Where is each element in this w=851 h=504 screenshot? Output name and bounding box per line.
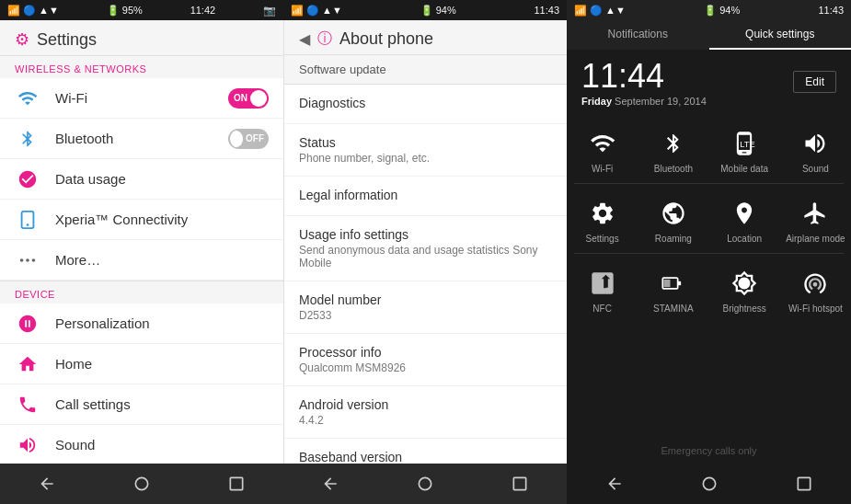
data-usage-icon	[15, 166, 40, 192]
qs-grid-row2: Settings Roaming Location Airplane mode	[567, 184, 851, 253]
status-subtitle: Phone number, signal, etc.	[299, 152, 552, 165]
qs-settings-label: Settings	[586, 234, 619, 244]
more-icon	[15, 247, 40, 273]
about-items-list: Diagnostics Status Phone number, signal,…	[284, 85, 567, 464]
qs-item-location[interactable]: Location	[709, 188, 780, 249]
qs-sound-label: Sound	[802, 164, 829, 174]
about-item-android[interactable]: Android version 4.4.2	[284, 386, 567, 439]
call-settings-icon	[15, 392, 40, 418]
qs-item-nfc[interactable]: NFC	[567, 258, 638, 319]
sound-label: Sound	[55, 437, 269, 452]
back-button-left[interactable]	[32, 469, 62, 498]
call-settings-label: Call settings	[55, 396, 269, 412]
qs-time-row: 11:44 Friday September 19, 2014 Edit	[567, 50, 851, 114]
home-button-left[interactable]	[127, 469, 156, 498]
wifi-label: Wi-Fi	[55, 90, 228, 106]
sidebar-item-wifi[interactable]: Wi-Fi ON	[0, 78, 283, 119]
edit-button[interactable]: Edit	[793, 71, 836, 93]
sidebar-item-data-usage[interactable]: Data usage	[0, 159, 283, 200]
status-bar-mid: 📶 🔵 ▲▼ 🔋 94% 11:43	[283, 0, 567, 20]
qs-item-brightness[interactable]: Brightness	[709, 258, 780, 319]
bluetooth-toggle[interactable]: OFF	[228, 129, 269, 149]
section-device: DEVICE	[0, 281, 283, 304]
about-item-model[interactable]: Model number D2533	[284, 281, 567, 334]
diagnostics-title: Diagnostics	[299, 96, 552, 110]
svg-rect-14	[798, 477, 810, 489]
recents-button-mid[interactable]	[505, 469, 535, 498]
software-update-item[interactable]: Software update	[284, 55, 567, 85]
recents-button-left[interactable]	[222, 469, 251, 498]
about-item-processor[interactable]: Processor info Qualcomm MSM8926	[284, 334, 567, 386]
about-item-legal[interactable]: Legal information	[284, 177, 567, 216]
svg-point-11	[419, 477, 431, 489]
qs-grid-row1: Wi-Fi Bluetooth LTE Mobile data Sound	[567, 114, 851, 183]
qs-mobile-data-icon: LTE	[728, 127, 761, 160]
sidebar-item-more[interactable]: More…	[0, 240, 283, 281]
wifi-toggle[interactable]: ON	[228, 88, 269, 109]
qs-roaming-icon	[657, 197, 690, 230]
qs-nfc-label: NFC	[592, 304, 612, 314]
about-phone-panel: ◀ ⓘ About phone Software update Diagnost…	[283, 20, 567, 464]
processor-title: Processor info	[299, 345, 552, 360]
tab-notifications[interactable]: Notifications	[567, 20, 709, 50]
data-usage-label: Data usage	[55, 171, 269, 187]
qs-item-sound[interactable]: Sound	[780, 118, 851, 179]
home-button-right[interactable]	[695, 469, 724, 498]
qs-tabs-bar: Notifications Quick settings	[567, 20, 851, 50]
sidebar-item-personalization[interactable]: Personalization	[0, 304, 283, 344]
qs-item-settings[interactable]: Settings	[567, 188, 638, 249]
about-item-baseband[interactable]: Baseband version 8926-DAAANAZQ-00140-07	[284, 439, 567, 464]
sidebar-item-bluetooth[interactable]: Bluetooth OFF	[0, 119, 283, 159]
qs-brightness-label: Brightness	[723, 304, 766, 314]
emergency-calls-text: Emergency calls only	[567, 438, 851, 464]
model-subtitle: D2533	[299, 309, 552, 322]
qs-wifi-icon	[586, 127, 619, 160]
svg-point-4	[32, 258, 36, 262]
svg-point-9	[135, 477, 147, 489]
status-title: Status	[299, 135, 552, 150]
settings-icon: ⚙	[15, 29, 29, 50]
quick-settings-panel: Notifications Quick settings 11:44 Frida…	[567, 20, 851, 464]
qs-stamina-label: STAMINA	[653, 304, 694, 314]
qs-bluetooth-label: Bluetooth	[654, 164, 693, 174]
recents-button-right[interactable]	[789, 469, 819, 498]
back-button-right[interactable]	[600, 469, 629, 498]
qs-item-mobile-data[interactable]: LTE Mobile data	[709, 118, 780, 179]
tab-quick-settings[interactable]: Quick settings	[709, 20, 852, 50]
section-wireless-networks: WIRELESS & NETWORKS	[0, 56, 283, 78]
settings-header: ⚙ Settings	[0, 20, 283, 56]
qs-item-wifi[interactable]: Wi-Fi	[567, 118, 638, 179]
qs-item-roaming[interactable]: Roaming	[638, 188, 708, 249]
back-button-mid[interactable]	[316, 469, 345, 498]
about-item-diagnostics[interactable]: Diagnostics	[284, 85, 567, 124]
qs-grid-row3: NFC STAMINA Brightness Wi-Fi hotspot	[567, 254, 851, 323]
status-battery-mid: 🔋 94%	[420, 5, 456, 17]
svg-text:LTE: LTE	[740, 140, 754, 149]
settings-panel: ⚙ Settings WIRELESS & NETWORKS Wi-Fi ON …	[0, 20, 283, 464]
sidebar-item-sound[interactable]: Sound	[0, 425, 283, 464]
usage-info-title: Usage info settings	[299, 227, 552, 242]
status-time-right: 11:43	[818, 5, 844, 16]
qs-item-wifi-hotspot[interactable]: Wi-Fi hotspot	[780, 258, 851, 319]
processor-subtitle: Qualcomm MSM8926	[299, 361, 552, 374]
baseband-title: Baseband version	[299, 450, 552, 464]
wifi-icon	[15, 86, 40, 111]
about-item-usage-info[interactable]: Usage info settings Send anonymous data …	[284, 216, 567, 281]
qs-wifi-label: Wi-Fi	[592, 164, 613, 174]
about-phone-icon: ⓘ	[317, 29, 332, 49]
status-time-mid: 11:43	[534, 5, 559, 16]
home-button-mid[interactable]	[410, 469, 440, 498]
qs-item-airplane[interactable]: Airplane mode	[780, 188, 851, 249]
sidebar-item-home[interactable]: Home	[0, 344, 283, 384]
qs-item-bluetooth[interactable]: Bluetooth	[638, 118, 708, 179]
back-arrow-icon[interactable]: ◀	[299, 30, 310, 48]
status-battery-right: 🔋 94%	[704, 5, 740, 17]
personalization-icon	[15, 311, 40, 337]
sidebar-item-xperia[interactable]: Xperia™ Connectivity	[0, 200, 283, 240]
qs-date: Friday September 19, 2014	[581, 96, 707, 107]
xperia-label: Xperia™ Connectivity	[55, 212, 269, 227]
about-item-status[interactable]: Status Phone number, signal, etc.	[284, 124, 567, 177]
sidebar-item-call-settings[interactable]: Call settings	[0, 384, 283, 425]
qs-item-stamina[interactable]: STAMINA	[638, 258, 708, 319]
svg-rect-8	[663, 280, 670, 287]
